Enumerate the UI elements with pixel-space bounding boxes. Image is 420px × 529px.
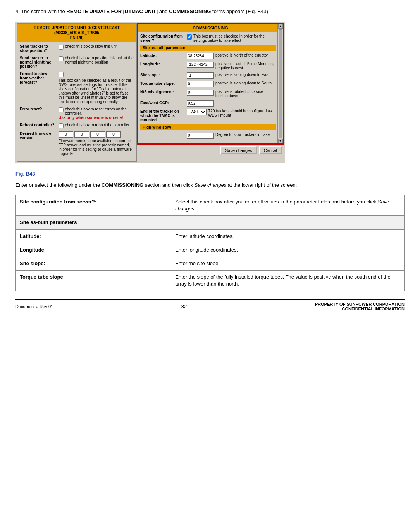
table-cell-label: Torque tube slope: <box>16 271 171 291</box>
right-panel-body: Site configuration from server?: This bo… <box>138 32 283 143</box>
firmware-text: Firmware needs to be available on correc… <box>59 139 132 156</box>
reboot-row: Reboot controller? check this box to reb… <box>20 123 134 128</box>
footer-center: 82 <box>181 303 187 309</box>
left-header-line1: REMOTE UPDATE FOR UNIT 0: CENTER-EAST (M… <box>34 26 119 35</box>
longitude-input[interactable] <box>187 62 214 68</box>
reboot-content: check this box to reboot the controller <box>59 123 134 128</box>
firmware-content: Firmware needs to be available on correc… <box>59 131 134 156</box>
high-wind-desc: Degree to stow trackers in case <box>215 133 276 137</box>
firmware-input-1[interactable] <box>59 131 73 138</box>
site-as-built-header: Site as-built parameters <box>140 45 276 51</box>
table-row: Longitude: Enter longitude coordinates. <box>16 243 405 257</box>
table-row: Torque tube slope: Enter the slope of th… <box>16 271 405 291</box>
instruction-end: at the lower right of the screen: <box>228 182 297 188</box>
footer-right-line2: CONFIDENTIAL INFORMATION <box>315 307 405 311</box>
commissioning-table: Site configuration from server?: Select … <box>15 195 405 291</box>
weather-text: This box can be checked as a result of t… <box>59 78 131 104</box>
table-cell-value: Enter longitude coordinates. <box>171 243 405 257</box>
nighttime-label: Send tracker to normal nighttime positio… <box>20 56 59 69</box>
instruction-before: Enter or select the following under the <box>15 182 102 188</box>
table-row: Latitude: Enter latitude coordinates. <box>16 229 405 243</box>
left-panel: REMOTE UPDATE FOR UNIT 0: CENTER-EAST (M… <box>17 23 137 162</box>
table-cell-label: Site slope: <box>16 257 171 270</box>
stow-row: Send tracker to stow position? check thi… <box>20 44 134 53</box>
scroll-thumb[interactable] <box>279 29 282 138</box>
screenshot: REMOTE UPDATE FOR UNIT 0: CENTER-EAST (M… <box>15 22 285 163</box>
weather-label: Forced to stow from weather forecast? <box>20 72 59 84</box>
firmware-label: Desired firmware version: <box>20 131 59 140</box>
site-slope-desc: positive is sloping down to East <box>215 72 276 77</box>
reboot-checkbox[interactable] <box>59 123 64 128</box>
page-footer: Document # Rev 01 82 PROPERTY OF SUNPOWE… <box>15 299 405 311</box>
firmware-input-2[interactable] <box>74 131 89 138</box>
tmac-mount-select[interactable]: EAST WEST <box>187 109 207 115</box>
ns-misalign-input[interactable] <box>187 90 214 96</box>
longitude-value-group: positive is East of Prime Meridian, nega… <box>187 62 276 70</box>
save-changes-button[interactable]: Save changes <box>220 146 257 154</box>
firmware-input-3[interactable] <box>90 131 105 138</box>
stow-text: check this box to stow this unit <box>65 44 117 48</box>
right-panel-header: COMMISSIONING <box>138 24 283 32</box>
scroll-down-button[interactable]: ▼ <box>278 139 283 143</box>
longitude-label: Longitude: <box>140 62 187 66</box>
site-config-checkbox[interactable] <box>187 34 192 40</box>
torque-slope-input[interactable] <box>187 81 214 87</box>
scrollbar[interactable]: ▲ ▼ <box>277 24 283 143</box>
weather-row: Forced to stow from weather forecast? Th… <box>20 72 134 104</box>
weather-checkbox[interactable] <box>59 72 64 77</box>
tmac-mount-row: End of the tracker on which the TMAC is … <box>140 109 276 122</box>
site-slope-row: Site slope: positive is sloping down to … <box>140 72 276 79</box>
site-config-text: This box must be checked in order for th… <box>193 34 276 43</box>
torque-slope-row: Torque tube slope: positive is sloping d… <box>140 81 276 87</box>
instruction-bold: COMMISSIONING <box>102 182 143 188</box>
site-config-label: Site configuration from server?: <box>140 34 187 43</box>
high-wind-input-field[interactable] <box>187 133 214 139</box>
tmac-mount-value-group: EAST WEST T20 trackers should be configu… <box>187 109 276 117</box>
torque-slope-desc: positive is sloping down to South <box>215 81 276 85</box>
left-panel-body: Send tracker to stow position? check thi… <box>17 42 136 161</box>
ew-gcr-input[interactable] <box>187 100 214 107</box>
table-cell-value: Enter the slope of the fully installed t… <box>171 271 405 291</box>
instruction-after: section and then click <box>145 182 195 188</box>
step-text-after: forms appears (Fig. B43). <box>212 9 269 14</box>
step-bold1: REMOTE UPDATE FOR [DTMAC UNIT] <box>66 9 158 14</box>
latitude-label: Latitude: <box>140 53 187 58</box>
footer-left: Document # Rev 01 <box>15 304 53 309</box>
stow-checkbox[interactable] <box>59 45 64 50</box>
left-panel-header: REMOTE UPDATE FOR UNIT 0: CENTER-EAST (M… <box>17 24 136 42</box>
error-reset-text: check this box to reset errors on the co… <box>65 107 134 115</box>
high-wind-label <box>140 133 187 133</box>
scroll-up-button[interactable]: ▲ <box>278 24 283 29</box>
firmware-inputs <box>59 131 134 138</box>
reboot-text: check this box to reboot the controller <box>65 123 129 127</box>
table-cell-value: Enter the site slope. <box>171 257 405 270</box>
latitude-row: Latitude: positive is North of the equat… <box>140 53 276 59</box>
site-slope-input[interactable] <box>187 72 214 79</box>
ew-gcr-row: East/west GCR: <box>140 100 276 107</box>
firmware-input-4[interactable] <box>106 131 121 138</box>
error-reset-warn: Use only when someone is on-site! <box>59 115 123 120</box>
table-row: Site slope: Enter the site slope. <box>16 257 405 270</box>
footer-right: PROPERTY OF SUNPOWER CORPORATION CONFIDE… <box>315 302 405 311</box>
torque-slope-value-group: positive is sloping down to South <box>187 81 276 87</box>
site-slope-label: Site slope: <box>140 72 187 77</box>
nighttime-content: check this box to position this unit at … <box>59 56 134 64</box>
latitude-desc: positive is North of the equator <box>215 53 276 57</box>
nighttime-checkbox[interactable] <box>59 56 64 61</box>
right-panel: COMMISSIONING Site configuration from se… <box>137 23 284 145</box>
latitude-input[interactable] <box>187 53 214 59</box>
tmac-mount-label: End of the tracker on which the TMAC is … <box>140 109 187 122</box>
error-reset-label: Error reset? <box>20 107 59 111</box>
weather-content: This box can be checked as a result of t… <box>59 72 134 104</box>
table-cell-value: Select this check box after you enter al… <box>171 195 405 216</box>
cancel-button[interactable]: Cancel <box>259 146 282 154</box>
error-reset-checkbox[interactable] <box>59 107 64 112</box>
high-wind-header: High-wind stow <box>140 124 276 130</box>
firmware-row: Desired firmware version: Firmware needs… <box>20 131 134 156</box>
instruction-text: Enter or select the following under the … <box>15 181 405 189</box>
error-reset-row: Error reset? check this box to reset err… <box>20 107 134 120</box>
torque-slope-label: Torque tube slope: <box>140 81 187 86</box>
ns-misalign-row: N/S misalignment: positive is rotated cl… <box>140 90 276 98</box>
table-cell-label: Latitude: <box>16 229 171 243</box>
instruction-italic: Save changes <box>195 182 226 188</box>
